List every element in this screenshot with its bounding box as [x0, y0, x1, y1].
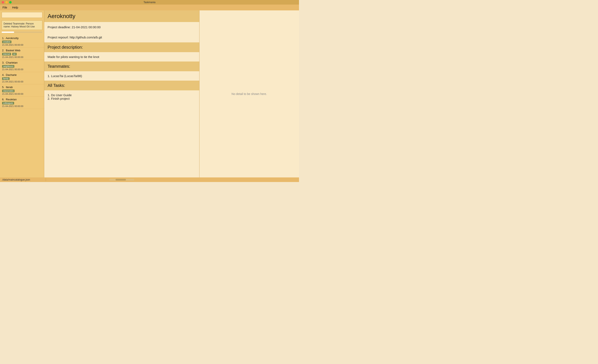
progress-bar-fill [2, 32, 14, 33]
maximize-button[interactable] [9, 1, 12, 4]
window-title: Taskmania [144, 1, 155, 4]
no-detail-label: No detail to be shown here. [232, 92, 267, 96]
project-date-3: 21-04-2021 00:00:00 [2, 68, 42, 71]
teammates-header: Teammates: [44, 61, 199, 71]
status-path: ./data/maincatalogue.json [2, 178, 46, 181]
project-tags-2: internet iot [2, 52, 42, 56]
project-item-basketweb[interactable]: 2. Basket Web internet iot 21-04-2021 00… [0, 48, 44, 60]
project-title-header: Aeroknotty [44, 10, 199, 22]
project-title-1: 1. Aeroknotty [2, 37, 42, 40]
project-list: 1. Aeroknotty creative 21-04-2021 00:00:… [0, 34, 44, 177]
tasks-list: 1. Do User Guide 2. Finish project [44, 90, 199, 103]
tag-family: family [2, 77, 9, 80]
deleted-notice: Deleted Teammate: Person name: Halsey Mo… [2, 20, 42, 30]
title-bar: Taskmania [0, 0, 299, 5]
project-tags-6: colleagues [2, 101, 42, 105]
project-item-reuletan[interactable]: 6. Reuletan colleagues 21-04-2021 00:00:… [0, 97, 44, 109]
tag-classmates: classmates [2, 90, 15, 92]
project-date-6: 21-04-2021 00:00:00 [2, 105, 42, 108]
progress-bar [2, 32, 42, 33]
project-repourl: Project repourl: http://github.com/a/b.g… [44, 32, 199, 42]
task-2: 2. Finish project [48, 97, 196, 100]
project-date-2: 21-04-2021 00:00:00 [2, 56, 42, 58]
description-title: Project description: [48, 45, 196, 50]
task-1: 1. Do User Guide [48, 93, 196, 97]
teammates-list: 1. LucasTai (LucasTai98) [44, 71, 199, 81]
file-menu[interactable]: File [2, 5, 8, 9]
project-tags-1: creative [2, 40, 42, 44]
right-panel: No detail to be shown here. [199, 10, 299, 177]
project-title-4: 4. Dacharie [2, 73, 42, 76]
tag-neighbours: neighbours [2, 65, 14, 68]
project-item-dacharie[interactable]: 4. Dacharie family 21-04-2021 00:00:00 [0, 72, 44, 84]
status-bar: ./data/maincatalogue.json [0, 177, 299, 182]
project-main-title: Aeroknotty [48, 13, 196, 19]
teammate-1: 1. LucasTai (LucasTai98) [48, 74, 196, 78]
project-date-5: 21-04-2021 00:00:00 [2, 93, 42, 95]
left-panel: Deleted Teammate: Person name: Halsey Mo… [0, 10, 44, 177]
middle-panel: Aeroknotty Project deadline: 21-04-2021 … [44, 10, 199, 177]
description-header: Project description: [44, 42, 199, 52]
search-area [0, 10, 44, 19]
project-title-6: 6. Reuletan [2, 98, 42, 101]
close-button[interactable] [2, 1, 4, 4]
project-date-1: 21-04-2021 00:00:00 [2, 44, 42, 46]
project-deadline: Project deadline: 21-04-2021 00:00:00 [44, 22, 199, 32]
main-layout: Deleted Teammate: Person name: Halsey Mo… [0, 10, 299, 177]
teammates-title: Teammates: [48, 64, 196, 69]
window-controls [2, 1, 12, 4]
project-item-aeroknotty[interactable]: 1. Aeroknotty creative 21-04-2021 00:00:… [0, 35, 44, 48]
tasks-header: All Tasks: [44, 81, 199, 90]
project-item-iterab[interactable]: 5. Iterab classmates 21-04-2021 00:00:00 [0, 84, 44, 97]
project-title-5: 5. Iterab [2, 86, 42, 89]
tag-iot: iot [12, 53, 17, 56]
tag-colleagues: colleagues [2, 102, 14, 105]
description-body: Made for pilots wanting to tie the knot [44, 52, 199, 61]
project-title-3: 3. Charletan [2, 61, 42, 64]
project-item-charletan[interactable]: 3. Charletan neighbours 21-04-2021 00:00… [0, 60, 44, 72]
project-tags-4: family [2, 77, 42, 80]
tag-creative: creative [2, 41, 11, 43]
menu-bar: File Help [0, 5, 299, 10]
status-middle [46, 179, 198, 181]
scrollbar-thumb [116, 179, 126, 181]
tasks-title: All Tasks: [48, 83, 196, 88]
search-input[interactable] [2, 12, 42, 18]
help-menu[interactable]: Help [11, 5, 19, 9]
project-date-4: 21-04-2021 00:00:00 [2, 80, 42, 83]
minimize-button[interactable] [5, 1, 8, 4]
scrollbar[interactable] [109, 179, 134, 181]
project-tags-3: neighbours [2, 65, 42, 68]
project-title-2: 2. Basket Web [2, 49, 42, 52]
tag-internet: internet [2, 53, 11, 56]
project-tags-5: classmates [2, 89, 42, 93]
